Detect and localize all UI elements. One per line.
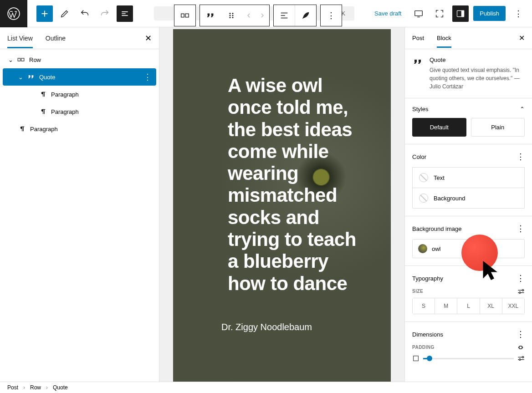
align-button[interactable] [274,5,295,26]
row-icon [16,55,26,64]
svg-point-16 [232,15,234,16]
color-text-row[interactable]: Text [412,167,525,188]
padding-slider[interactable] [412,355,525,362]
svg-point-15 [230,15,231,16]
svg-point-13 [230,13,231,14]
quote-icon [412,56,423,67]
save-draft-button[interactable]: Save draft [370,7,406,20]
svg-rect-12 [185,14,189,17]
undo-button[interactable] [77,5,93,22]
right-panel-tabs: Post Block ✕ [405,27,532,49]
svg-point-17 [230,17,231,18]
paragraph-icon [17,124,26,133]
publish-button[interactable]: Publish [473,6,506,21]
tree-item-quote[interactable]: ⌄ Quote [3,68,156,86]
fullscreen-button[interactable] [431,5,448,22]
block-description: Quote Give quoted text visual emphasis. … [405,49,532,98]
svg-point-14 [232,13,234,14]
typography-label: Typography [412,275,443,282]
tab-outline[interactable]: Outline [46,28,66,48]
main-area: List View Outline ✕ ⌄ Row ⌄ Quote Paragr… [0,27,532,382]
styles-header[interactable]: Styles ⌃ [412,106,525,112]
bg-image-options[interactable] [517,224,525,234]
parent-block-button[interactable] [174,5,195,26]
size-m[interactable]: M [435,298,457,314]
tree-item-paragraph[interactable]: Paragraph [2,86,157,103]
block-desc-text: Quote Give quoted text visual emphasis. … [430,56,525,91]
close-icon[interactable]: ✕ [519,34,525,42]
paragraph-icon [38,107,47,116]
color-options[interactable] [517,152,525,162]
crumb-post[interactable]: Post [7,384,18,391]
typography-options[interactable] [517,273,525,283]
color-swatch-icon [419,194,428,203]
tab-list-view[interactable]: List View [7,28,33,48]
topbar-left [0,0,138,27]
redo-button[interactable] [97,5,113,22]
box-sides-icon [412,355,419,362]
tree-item-options[interactable] [143,72,152,82]
move-left-button[interactable] [242,5,256,26]
options-button[interactable] [510,5,527,22]
dimensions-label: Dimensions [412,331,443,338]
editor-canvas[interactable]: A wise owl once told me, the best ideas … [159,27,404,382]
size-label: SIZE [412,289,423,294]
svg-point-10 [519,359,521,360]
style-default[interactable]: Default [412,118,466,137]
close-icon[interactable]: ✕ [145,33,152,43]
edit-tools-button[interactable] [56,5,73,22]
block-toolbar [174,5,342,26]
quote-text[interactable]: A wise owl once told me, the best ideas … [228,75,358,295]
move-right-button[interactable] [256,5,269,26]
dots-vertical-icon [514,9,522,19]
svg-rect-5 [21,58,24,61]
size-s[interactable]: S [413,298,435,314]
sliders-icon[interactable] [517,289,525,294]
tree-item-row[interactable]: ⌄ Row [2,51,157,68]
drag-handle[interactable] [221,5,242,26]
tree-item-paragraph[interactable]: Paragraph [2,120,157,138]
chevron-right-icon: › [46,384,48,391]
tree-label: Quote [39,74,55,81]
crumb-row[interactable]: Row [30,384,41,391]
typography-section: Typography SIZE S M L XL XXL [405,266,532,322]
paragraph-icon [38,90,47,99]
background-image-section: Background image owl [405,216,532,266]
link-icon[interactable] [517,345,525,350]
block-tree: ⌄ Row ⌄ Quote Paragraph Paragraph Paragr… [0,49,159,139]
color-swatch-icon [419,173,428,182]
color-section: Color Text Background [405,144,532,216]
color-background-row[interactable]: Background [412,188,525,209]
style-plain[interactable]: Plain [471,118,525,137]
add-block-button[interactable] [36,5,53,22]
quote-citation[interactable]: Dr. Ziggy Noodlebaum [221,322,358,332]
bg-image-picker[interactable]: owl [412,239,525,258]
crumb-quote[interactable]: Quote [53,384,68,391]
svg-point-6 [522,290,523,291]
quote-icon [26,72,36,82]
block-options-button[interactable] [321,5,342,26]
tree-label: Row [29,56,41,63]
wordpress-logo[interactable] [0,0,27,27]
block-type-button[interactable] [200,5,221,26]
content-block[interactable]: A wise owl once told me, the best ideas … [173,29,391,382]
size-xxl[interactable]: XXL [502,298,524,314]
sliders-icon[interactable] [517,356,525,361]
tree-item-paragraph[interactable]: Paragraph [2,103,157,120]
svg-rect-8 [414,356,419,361]
tab-block[interactable]: Block [437,28,451,48]
size-l[interactable]: L [457,298,480,314]
list-view-panel: List View Outline ✕ ⌄ Row ⌄ Quote Paragr… [0,27,159,382]
size-xl[interactable]: XL [480,298,502,314]
styles-section: Styles ⌃ Default Plain [405,98,532,144]
quote-block[interactable]: A wise owl once told me, the best ideas … [173,56,391,342]
dimensions-options[interactable] [517,329,525,339]
document-overview-button[interactable] [117,5,133,22]
feather-button[interactable] [295,5,316,26]
settings-sidebar-button[interactable] [452,5,469,22]
svg-point-7 [519,292,521,293]
tab-post[interactable]: Post [412,28,424,48]
svg-point-18 [232,17,234,18]
svg-rect-4 [18,58,20,61]
preview-device-button[interactable] [410,5,427,22]
